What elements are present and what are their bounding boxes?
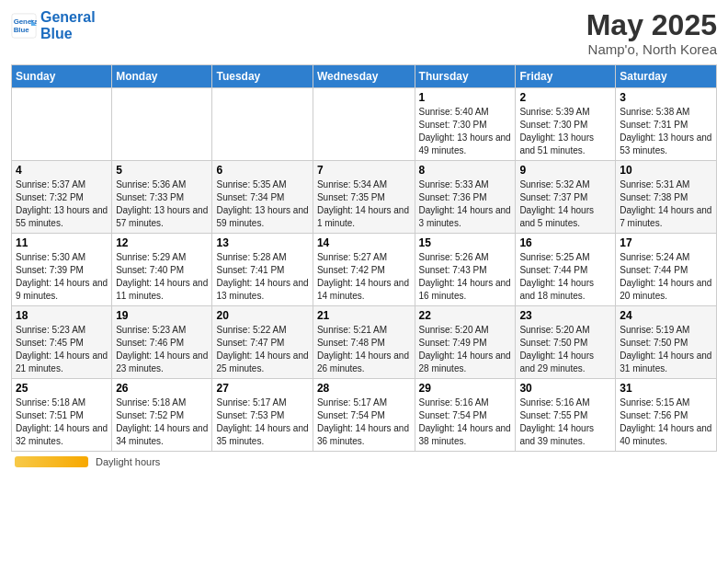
day-number: 13 [216, 236, 308, 249]
calendar-cell [12, 88, 112, 161]
day-number: 19 [116, 309, 208, 322]
day-info: Sunrise: 5:19 AM Sunset: 7:50 PM Dayligh… [620, 324, 712, 375]
calendar-cell: 3Sunrise: 5:38 AM Sunset: 7:31 PM Daylig… [616, 88, 717, 161]
day-info: Sunrise: 5:18 AM Sunset: 7:51 PM Dayligh… [16, 396, 108, 448]
col-saturday: Saturday [616, 65, 717, 88]
calendar-week-3: 18Sunrise: 5:23 AM Sunset: 7:45 PM Dayli… [12, 306, 717, 379]
main-container: General Blue GeneralBlue May 2025 Namp'o… [0, 0, 728, 475]
calendar-subtitle: Namp'o, North Korea [586, 41, 717, 57]
day-number: 27 [216, 382, 308, 395]
day-info: Sunrise: 5:16 AM Sunset: 7:55 PM Dayligh… [519, 396, 611, 448]
day-info: Sunrise: 5:32 AM Sunset: 7:37 PM Dayligh… [519, 178, 611, 230]
calendar-cell: 17Sunrise: 5:24 AM Sunset: 7:44 PM Dayli… [616, 234, 717, 306]
day-number: 28 [317, 382, 411, 395]
calendar-cell: 11Sunrise: 5:30 AM Sunset: 7:39 PM Dayli… [12, 234, 112, 306]
calendar-cell: 16Sunrise: 5:25 AM Sunset: 7:44 PM Dayli… [516, 234, 616, 306]
day-number: 20 [216, 309, 308, 322]
day-info: Sunrise: 5:20 AM Sunset: 7:50 PM Dayligh… [519, 324, 611, 375]
day-number: 16 [519, 236, 611, 249]
logo-icon: General Blue [11, 13, 37, 39]
day-number: 31 [620, 382, 712, 395]
day-info: Sunrise: 5:40 AM Sunset: 7:30 PM Dayligh… [419, 106, 512, 157]
day-number: 8 [419, 164, 512, 177]
svg-text:Blue: Blue [14, 26, 30, 34]
day-info: Sunrise: 5:34 AM Sunset: 7:35 PM Dayligh… [317, 178, 411, 230]
calendar-cell: 30Sunrise: 5:16 AM Sunset: 7:55 PM Dayli… [516, 379, 616, 452]
col-wednesday: Wednesday [313, 65, 415, 88]
day-info: Sunrise: 5:15 AM Sunset: 7:56 PM Dayligh… [620, 396, 712, 448]
calendar-cell: 24Sunrise: 5:19 AM Sunset: 7:50 PM Dayli… [616, 306, 717, 379]
calendar-cell: 18Sunrise: 5:23 AM Sunset: 7:45 PM Dayli… [12, 306, 112, 379]
calendar-week-0: 1Sunrise: 5:40 AM Sunset: 7:30 PM Daylig… [12, 88, 717, 161]
footer: Daylight hours [11, 456, 717, 467]
calendar-cell: 26Sunrise: 5:18 AM Sunset: 7:52 PM Dayli… [112, 379, 212, 452]
calendar-cell: 22Sunrise: 5:20 AM Sunset: 7:49 PM Dayli… [415, 306, 516, 379]
logo: General Blue GeneralBlue [11, 9, 96, 41]
calendar-title: May 2025 [586, 9, 717, 41]
calendar-cell: 10Sunrise: 5:31 AM Sunset: 7:38 PM Dayli… [616, 161, 717, 234]
day-info: Sunrise: 5:16 AM Sunset: 7:54 PM Dayligh… [419, 396, 512, 448]
day-info: Sunrise: 5:30 AM Sunset: 7:39 PM Dayligh… [16, 251, 108, 303]
calendar-week-4: 25Sunrise: 5:18 AM Sunset: 7:51 PM Dayli… [12, 379, 717, 452]
day-info: Sunrise: 5:37 AM Sunset: 7:32 PM Dayligh… [16, 178, 108, 230]
calendar-cell: 20Sunrise: 5:22 AM Sunset: 7:47 PM Dayli… [212, 306, 313, 379]
calendar-cell: 31Sunrise: 5:15 AM Sunset: 7:56 PM Dayli… [616, 379, 717, 452]
day-number: 3 [620, 91, 712, 104]
day-info: Sunrise: 5:17 AM Sunset: 7:54 PM Dayligh… [317, 396, 411, 448]
calendar-cell: 12Sunrise: 5:29 AM Sunset: 7:40 PM Dayli… [112, 234, 212, 306]
day-number: 26 [116, 382, 208, 395]
calendar-cell: 21Sunrise: 5:21 AM Sunset: 7:48 PM Dayli… [313, 306, 415, 379]
calendar-cell: 6Sunrise: 5:35 AM Sunset: 7:34 PM Daylig… [212, 161, 313, 234]
day-number: 1 [419, 91, 512, 104]
calendar-cell: 19Sunrise: 5:23 AM Sunset: 7:46 PM Dayli… [112, 306, 212, 379]
day-number: 2 [519, 91, 611, 104]
day-info: Sunrise: 5:20 AM Sunset: 7:49 PM Dayligh… [419, 324, 512, 375]
day-info: Sunrise: 5:23 AM Sunset: 7:46 PM Dayligh… [116, 324, 208, 375]
day-number: 18 [16, 309, 108, 322]
daylight-bar-icon [15, 456, 88, 467]
day-info: Sunrise: 5:21 AM Sunset: 7:48 PM Dayligh… [317, 324, 411, 375]
calendar-cell: 7Sunrise: 5:34 AM Sunset: 7:35 PM Daylig… [313, 161, 415, 234]
header-row: Sunday Monday Tuesday Wednesday Thursday… [12, 65, 717, 88]
day-number: 11 [16, 236, 108, 249]
col-friday: Friday [516, 65, 616, 88]
col-sunday: Sunday [12, 65, 112, 88]
day-info: Sunrise: 5:17 AM Sunset: 7:53 PM Dayligh… [216, 396, 308, 448]
day-number: 24 [620, 309, 712, 322]
calendar-cell: 13Sunrise: 5:28 AM Sunset: 7:41 PM Dayli… [212, 234, 313, 306]
day-number: 22 [419, 309, 512, 322]
calendar-cell: 28Sunrise: 5:17 AM Sunset: 7:54 PM Dayli… [313, 379, 415, 452]
day-number: 17 [620, 236, 712, 249]
logo-text: GeneralBlue [40, 9, 96, 41]
day-number: 14 [317, 236, 411, 249]
col-tuesday: Tuesday [212, 65, 313, 88]
calendar-cell: 5Sunrise: 5:36 AM Sunset: 7:33 PM Daylig… [112, 161, 212, 234]
calendar-cell: 15Sunrise: 5:26 AM Sunset: 7:43 PM Dayli… [415, 234, 516, 306]
day-number: 7 [317, 164, 411, 177]
calendar-cell: 1Sunrise: 5:40 AM Sunset: 7:30 PM Daylig… [415, 88, 516, 161]
day-info: Sunrise: 5:23 AM Sunset: 7:45 PM Dayligh… [16, 324, 108, 375]
day-number: 4 [16, 164, 108, 177]
day-number: 12 [116, 236, 208, 249]
calendar-week-2: 11Sunrise: 5:30 AM Sunset: 7:39 PM Dayli… [12, 234, 717, 306]
day-info: Sunrise: 5:39 AM Sunset: 7:30 PM Dayligh… [519, 106, 611, 157]
day-info: Sunrise: 5:38 AM Sunset: 7:31 PM Dayligh… [620, 106, 712, 157]
day-info: Sunrise: 5:28 AM Sunset: 7:41 PM Dayligh… [216, 251, 308, 303]
day-number: 21 [317, 309, 411, 322]
day-info: Sunrise: 5:25 AM Sunset: 7:44 PM Dayligh… [519, 251, 611, 303]
day-info: Sunrise: 5:31 AM Sunset: 7:38 PM Dayligh… [620, 178, 712, 230]
day-number: 15 [419, 236, 512, 249]
calendar-cell: 25Sunrise: 5:18 AM Sunset: 7:51 PM Dayli… [12, 379, 112, 452]
calendar-cell: 9Sunrise: 5:32 AM Sunset: 7:37 PM Daylig… [516, 161, 616, 234]
calendar-cell: 14Sunrise: 5:27 AM Sunset: 7:42 PM Dayli… [313, 234, 415, 306]
day-info: Sunrise: 5:27 AM Sunset: 7:42 PM Dayligh… [317, 251, 411, 303]
day-info: Sunrise: 5:36 AM Sunset: 7:33 PM Dayligh… [116, 178, 208, 230]
calendar-cell: 4Sunrise: 5:37 AM Sunset: 7:32 PM Daylig… [12, 161, 112, 234]
day-number: 29 [419, 382, 512, 395]
calendar-week-1: 4Sunrise: 5:37 AM Sunset: 7:32 PM Daylig… [12, 161, 717, 234]
day-info: Sunrise: 5:29 AM Sunset: 7:40 PM Dayligh… [116, 251, 208, 303]
calendar-table: Sunday Monday Tuesday Wednesday Thursday… [11, 64, 717, 452]
day-number: 5 [116, 164, 208, 177]
day-number: 23 [519, 309, 611, 322]
calendar-cell [313, 88, 415, 161]
